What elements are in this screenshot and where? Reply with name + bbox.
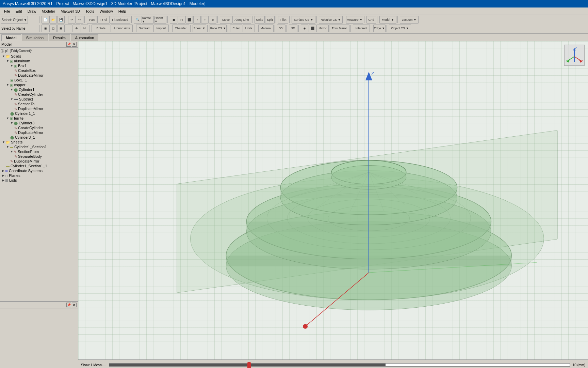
r2-last1[interactable]: ◈ <box>301 25 308 32</box>
tree-cylinder1[interactable]: ▼ ⬤ Cylinder1 <box>1 87 77 92</box>
tree-subtract[interactable]: ▼ ➖ Subtract <box>1 97 77 102</box>
split-btn[interactable]: Split <box>265 16 275 24</box>
grid-btn[interactable]: Grid <box>366 16 376 24</box>
view1[interactable]: ◼ <box>170 16 177 24</box>
menu-modeler[interactable]: Modeler <box>39 9 58 14</box>
along-line-btn[interactable]: Along Line <box>232 16 251 24</box>
menu-maxwell3d[interactable]: Maxwell 3D <box>58 9 83 14</box>
view2[interactable]: ◻ <box>178 16 185 24</box>
measure-btn[interactable]: Measure ▼ <box>346 16 363 24</box>
relative-cs-btn[interactable]: Relative CS ▼ <box>319 16 343 24</box>
menu-draw[interactable]: Draw <box>25 9 39 14</box>
model-dropdown[interactable]: Model ▼ <box>379 16 396 24</box>
3d-btn[interactable]: 3D <box>289 25 297 32</box>
imprint-btn[interactable]: Imprint <box>153 25 169 32</box>
tree-createcylinder-3[interactable]: ✎ CreateCylinder <box>1 125 77 130</box>
tree-duplicatemirror-2[interactable]: ✎ DuplicateMirror <box>1 106 77 111</box>
fit-selection-btn[interactable]: Fit Selected <box>110 16 130 24</box>
unite-btn[interactable]: Unite <box>255 16 265 24</box>
surface-cs-btn[interactable]: Surface CS ▼ <box>292 16 315 24</box>
view3[interactable]: ⬛ <box>185 16 193 24</box>
intersect-btn[interactable]: Intersect <box>353 25 370 32</box>
bottom-close-btn[interactable]: ✕ <box>72 303 77 307</box>
tree-box1[interactable]: ▼ ▣ Box1 <box>1 63 77 68</box>
save-btn[interactable]: 💾 <box>57 16 65 24</box>
object-cs-btn[interactable]: Object CS ▼ <box>389 25 411 32</box>
tree-createcylinder-1[interactable]: ✎ CreateCylinder <box>1 92 77 97</box>
view4[interactable]: ▪ <box>193 16 201 24</box>
tab-simulation[interactable]: Simulation <box>22 34 48 41</box>
tree-duplicatemirror-1[interactable]: ✎ DuplicateMirror <box>1 73 77 78</box>
r2-btn1[interactable]: ◼ <box>42 25 49 32</box>
tree-cylinder3[interactable]: ▼ ⬤ Cylinder3 <box>1 121 77 125</box>
tree-createbox[interactable]: ✎ CreateBox <box>1 68 77 73</box>
cyl3-1-label: Cylinder3_1 <box>15 135 35 139</box>
tree-coordinate-systems[interactable]: ▶ ⊕ Coordinate Systems <box>1 168 77 173</box>
r2-btn4[interactable]: ☰ <box>65 25 72 32</box>
menu-help[interactable]: Help <box>116 9 129 14</box>
vacuum-dropdown[interactable]: vacuum ▼ <box>400 16 419 24</box>
tree-cylinder1-1[interactable]: ⬤ Cylinder1_1 <box>1 111 77 116</box>
new-btn[interactable]: 📄 <box>42 16 49 24</box>
open-btn[interactable]: 📂 <box>49 16 57 24</box>
move-btn[interactable]: Move <box>220 16 232 24</box>
zoom-btn[interactable]: 🔍 <box>134 16 141 24</box>
r2-btn3[interactable]: ▣ <box>57 25 65 32</box>
xy-btn[interactable]: XY <box>277 25 285 32</box>
redo-btn[interactable]: ↪ <box>76 16 83 24</box>
tree-cylinder3-1[interactable]: ⬤ Cylinder3_1 <box>1 135 77 140</box>
menu-tools[interactable]: Tools <box>83 9 97 14</box>
tree-planes[interactable]: ▶ ◻ Planes <box>1 173 77 178</box>
tree-sectionfrom[interactable]: ▼ ✎ SectionFrom <box>1 149 77 154</box>
tree-sheets[interactable]: ▼ 📁 Sheets <box>1 140 77 144</box>
tree-sectionto[interactable]: ✎ SectionTo <box>1 102 77 106</box>
view6[interactable]: ◈ <box>209 16 216 24</box>
thru-mirror-btn[interactable]: Thru Mirror <box>329 25 349 32</box>
r2-btn6[interactable]: ☑ <box>81 25 88 32</box>
tree-solids[interactable]: ▼ 📁 Solids <box>1 54 77 59</box>
ruler-btn[interactable]: Ruler <box>230 25 242 32</box>
tree-cyl1-section1-1[interactable]: ▬ Cylinder1_Section1_1 <box>1 164 77 168</box>
tree-box1-1[interactable]: ▣ Box1_1 <box>1 78 77 82</box>
fit-all-btn[interactable]: Fit All <box>97 16 110 24</box>
panel-close-btn[interactable]: ✕ <box>72 42 77 47</box>
face-cs-btn[interactable]: Face CS ▼ <box>210 25 227 32</box>
viewport[interactable]: Z Z X Y <box>78 41 588 368</box>
menu-file[interactable]: File <box>1 9 13 14</box>
tree-duplicatemirror-4[interactable]: ✎ DuplicateMirror <box>1 159 77 164</box>
tree-copper[interactable]: ▼ ▣ copper <box>1 82 77 87</box>
undo-btn[interactable]: ↩ <box>68 16 76 24</box>
fillet-btn[interactable]: Fillet <box>278 16 288 24</box>
orient-btn[interactable]: Orient ▼ <box>154 16 166 24</box>
r2-btn5[interactable]: ⊕ <box>73 25 80 32</box>
tab-automation[interactable]: Automation <box>71 34 99 41</box>
tree-separatebody[interactable]: ✎ SeparateBody <box>1 154 77 159</box>
sheet-btn[interactable]: Sheet ▼ <box>193 25 206 32</box>
rotate-btn[interactable]: Rotate ▼ <box>142 16 154 24</box>
units-btn[interactable]: Units <box>243 25 255 32</box>
tab-model[interactable]: Model <box>1 34 21 41</box>
menu-window[interactable]: Window <box>97 9 116 14</box>
material-btn[interactable]: Material <box>258 25 274 32</box>
view5[interactable]: ▫ <box>201 16 209 24</box>
tree-cyl1-section1[interactable]: ▼ ▬ Cylinder1_Section1 <box>1 144 77 149</box>
bottom-pin-btn[interactable]: 📌 <box>66 303 71 307</box>
tree-lists[interactable]: ▶ ☰ Lists <box>1 178 77 183</box>
chamfer-btn[interactable]: Chamfer <box>172 25 189 32</box>
tab-results[interactable]: Results <box>49 34 70 41</box>
around-axis-btn[interactable]: Around Axis <box>111 25 133 32</box>
subtract-btn[interactable]: Subtract <box>136 25 153 32</box>
menu-edit[interactable]: Edit <box>13 9 25 14</box>
r2-last2[interactable]: ⬛ <box>309 25 316 32</box>
panel-pin-btn[interactable]: 📌 <box>66 42 71 47</box>
r2-edge-btn[interactable]: Edge ▼ <box>373 25 386 32</box>
pan-btn[interactable]: Pan <box>87 16 97 24</box>
tree-aluminum[interactable]: ▼ ▣ aluminum <box>1 59 77 63</box>
select-object-dropdown[interactable]: Select: Object ▼ <box>1 16 28 24</box>
tree-ferrite[interactable]: ▼ ▣ ferrite <box>1 116 77 121</box>
eddy-current-item[interactable]: ⓘ p1 (EddyCurrent)* <box>1 48 77 54</box>
rotate-around-axis-btn[interactable]: Rotate <box>92 25 110 32</box>
mirror-btn[interactable]: Mirror <box>316 25 329 32</box>
tree-duplicatemirror-3[interactable]: ✎ DuplicateMirror <box>1 130 77 135</box>
r2-btn2[interactable]: ◻ <box>49 25 57 32</box>
